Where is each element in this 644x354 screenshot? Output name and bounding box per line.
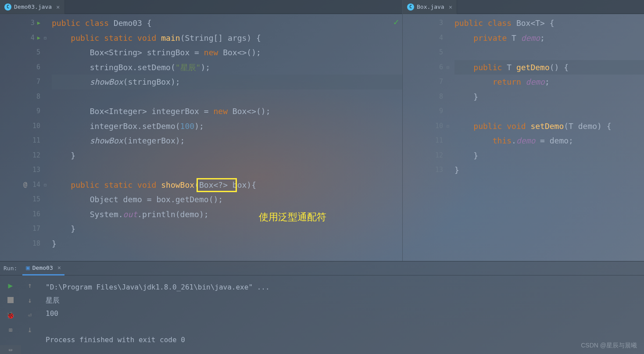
override-icon: @ — [23, 178, 27, 193]
tab-box[interactable]: C Box.java × — [403, 0, 457, 14]
layout-icon[interactable]: ⊞ — [6, 325, 15, 334]
tab-label: Box.java — [417, 4, 444, 10]
run-panel: Run: ▣ Demo03 × ▶ 🐞 ⊞ ↑ ↓ ⏎ ⤓ "D:\Progra… — [0, 261, 644, 354]
right-gutter: 3 4 5 6⊟ 7 8 9 10⊟ 11 12 13 — [403, 16, 447, 178]
close-icon[interactable]: × — [449, 4, 452, 11]
output-exit: Process finished with exit code 0 — [46, 333, 270, 347]
right-editor-pane: C Box.java × 3 4 5 6⊟ 7 8 9 10⊟ 11 12 — [403, 0, 644, 261]
window-icon: ▣ — [26, 264, 29, 271]
right-code-content[interactable]: public class Box<T> { private T demo; pu… — [447, 16, 644, 178]
run-output[interactable]: "D:\Program Files\Java\jdk1.8.0_261\bin\… — [39, 275, 277, 352]
run-gutter-icon[interactable]: ▶ — [37, 16, 40, 31]
left-gutter: 3▶ 4▶⊟ 5 6 7 8 9 10 11 12 13 @14⊟ 15 16 … — [0, 16, 44, 251]
run-tab-demo03[interactable]: ▣ Demo03 × — [22, 261, 64, 275]
close-icon[interactable]: × — [56, 4, 60, 11]
java-class-icon: C — [407, 4, 414, 11]
close-icon[interactable]: × — [57, 264, 61, 271]
left-tabs: C Demo03.java × — [0, 0, 402, 14]
output-command: "D:\Program Files\Java\jdk1.8.0_261\bin\… — [46, 281, 270, 294]
tab-label: Demo03.java — [14, 4, 52, 10]
run-gutter-icon[interactable]: ▶ — [37, 31, 40, 46]
scroll-end-icon[interactable]: ⤓ — [25, 325, 34, 334]
rerun-icon[interactable]: ▶ — [6, 281, 15, 290]
output-line: 100 — [46, 307, 270, 320]
java-class-icon: C — [4, 4, 11, 11]
right-code-area[interactable]: 3 4 5 6⊟ 7 8 9 10⊟ 11 12 13 public class… — [403, 14, 644, 178]
run-toolbar: ▶ 🐞 ⊞ — [0, 275, 21, 352]
down-icon[interactable]: ↓ — [25, 296, 34, 304]
run-label: Run: — [4, 265, 17, 272]
left-editor-pane: C Demo03.java × ✓ 3▶ 4▶⊟ 5 6 7 8 9 10 11… — [0, 0, 403, 261]
run-tab-label: Demo03 — [32, 265, 53, 271]
right-tabs: C Box.java × — [403, 0, 644, 14]
output-line: 星辰 — [46, 294, 270, 307]
left-code-area[interactable]: 3▶ 4▶⊟ 5 6 7 8 9 10 11 12 13 @14⊟ 15 16 … — [0, 14, 402, 251]
tab-demo03[interactable]: C Demo03.java × — [0, 0, 65, 14]
up-icon[interactable]: ↑ — [25, 281, 34, 290]
soft-wrap-icon[interactable]: ⏎ — [25, 311, 34, 319]
run-toolbar-2: ↑ ↓ ⏎ ⤓ — [21, 275, 39, 352]
stop-icon[interactable] — [6, 296, 15, 304]
watermark: CSDN @星辰与晨曦 — [581, 342, 637, 350]
bug-icon[interactable]: 🐞 — [6, 311, 15, 319]
left-code-content[interactable]: public class Demo03 { public static void… — [44, 16, 402, 251]
bottom-left-icon[interactable]: ▭ — [0, 345, 21, 354]
run-tabs-bar: Run: ▣ Demo03 × — [0, 261, 644, 275]
